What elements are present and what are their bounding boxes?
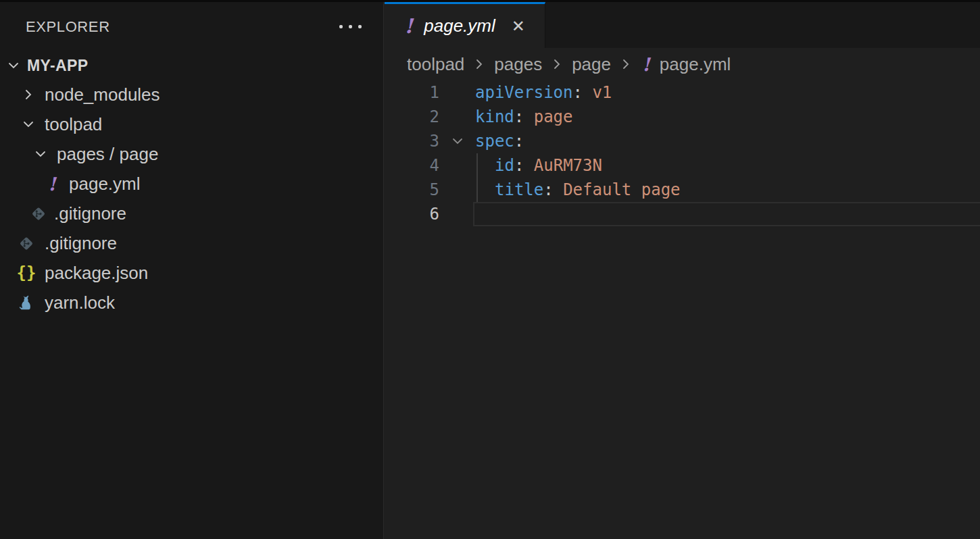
tree-item-label: .gitignore: [45, 233, 117, 254]
line-number: 3: [385, 132, 439, 151]
code-line[interactable]: 4 id: AuRM73N: [385, 153, 980, 178]
vscode-window: EXPLORER MY-APP node_modules toolpad: [0, 0, 980, 539]
chevron-down-icon: [5, 58, 22, 73]
yaml-colon: :: [543, 180, 553, 199]
line-number: 4: [385, 156, 439, 175]
yaml-key: kind: [475, 107, 514, 126]
explorer-header: EXPLORER: [0, 2, 383, 51]
yaml-colon: :: [514, 132, 524, 151]
fold-chevron-down-icon[interactable]: [439, 134, 475, 149]
tree-item-label: node_modules: [45, 84, 160, 105]
sidebar-item-gitignore[interactable]: .gitignore: [0, 228, 383, 258]
yaml-value: page: [524, 107, 572, 126]
yaml-colon: :: [514, 156, 524, 175]
code-line[interactable]: 1 apiVersion: v1: [385, 80, 980, 105]
tree-item-label: page.yml: [69, 174, 141, 195]
line-number: 2: [385, 107, 439, 126]
code-line[interactable]: 3 spec:: [385, 129, 980, 153]
sidebar-item-yarn-lock[interactable]: yarn.lock: [0, 288, 383, 317]
yaml-value: Default page: [554, 180, 681, 199]
breadcrumb-item-toolpad[interactable]: toolpad: [407, 54, 464, 75]
breadcrumb-item-pages[interactable]: pages: [494, 54, 542, 75]
git-icon: [30, 205, 47, 223]
yaml-colon: :: [514, 107, 524, 126]
sidebar-item-page-yml[interactable]: ! page.yml: [0, 169, 383, 199]
tab-bar: ! page.yml ✕: [385, 2, 980, 48]
sidebar-item-package-json[interactable]: {} package.json: [0, 258, 383, 288]
sidebar-item-node-modules[interactable]: node_modules: [0, 80, 383, 109]
code-text: id: AuRM73N: [475, 156, 602, 175]
yaml-key: apiVersion: [475, 83, 573, 102]
code-text: spec:: [475, 132, 524, 151]
chevron-down-icon: [32, 147, 49, 161]
yaml-icon: !: [642, 55, 650, 74]
yaml-key: title: [495, 180, 543, 199]
tree-item-label: toolpad: [45, 114, 102, 135]
sidebar-item-toolpad[interactable]: toolpad: [0, 109, 383, 139]
code-text: title: Default page: [475, 180, 681, 199]
chevron-right-icon: [619, 56, 633, 72]
chevron-right-icon: [550, 56, 564, 72]
breadcrumb-item-page[interactable]: page: [572, 54, 611, 75]
explorer-sidebar: EXPLORER MY-APP node_modules toolpad: [0, 2, 384, 539]
workspace-name: MY-APP: [27, 57, 89, 75]
line-number: 5: [385, 180, 439, 199]
breadcrumb: toolpad pages page ! page.yml: [385, 48, 980, 80]
yaml-value: v1: [583, 83, 612, 102]
code-text: apiVersion: v1: [475, 83, 612, 102]
yaml-value: AuRM73N: [524, 156, 602, 175]
yaml-icon: !: [404, 16, 413, 36]
line-number: 1: [385, 83, 439, 102]
window-top-border: [0, 0, 980, 2]
yaml-key: spec: [475, 132, 514, 151]
tab-label: page.yml: [424, 16, 495, 36]
yarn-icon: [18, 294, 35, 311]
breadcrumb-item-page-yml[interactable]: page.yml: [660, 54, 731, 75]
sidebar-item-pages-page[interactable]: pages / page: [0, 139, 383, 169]
code-line[interactable]: 5 title: Default page: [385, 178, 980, 202]
git-icon: [18, 234, 35, 253]
code-line[interactable]: 6: [385, 202, 980, 226]
tree-item-label: yarn.lock: [45, 292, 115, 313]
yaml-key: id: [495, 156, 514, 175]
code-line[interactable]: 2 kind: page: [385, 105, 980, 129]
yaml-icon: !: [43, 175, 61, 193]
explorer-title: EXPLORER: [26, 18, 110, 36]
line-number: 6: [385, 205, 439, 224]
tree-item-label: pages / page: [57, 144, 158, 165]
more-actions-icon[interactable]: [338, 21, 363, 32]
workspace-section-my-app[interactable]: MY-APP: [0, 51, 383, 80]
chevron-right-icon: [472, 56, 486, 72]
tab-page-yml[interactable]: ! page.yml ✕: [385, 2, 545, 48]
json-icon: {}: [18, 265, 35, 281]
close-icon[interactable]: ✕: [512, 18, 525, 34]
chevron-right-icon: [20, 87, 36, 102]
sidebar-item-gitignore-nested[interactable]: .gitignore: [0, 199, 383, 228]
yaml-colon: :: [573, 83, 583, 102]
editor-group: ! page.yml ✕ toolpad pages page ! page.y…: [385, 2, 980, 539]
editor-code-area[interactable]: 1 apiVersion: v1 2 kind: page 3 spec: 4 …: [385, 80, 980, 226]
tree-item-label: package.json: [45, 263, 148, 284]
code-text: kind: page: [475, 107, 573, 126]
chevron-down-icon: [20, 117, 36, 132]
tree-item-label: .gitignore: [54, 203, 126, 224]
